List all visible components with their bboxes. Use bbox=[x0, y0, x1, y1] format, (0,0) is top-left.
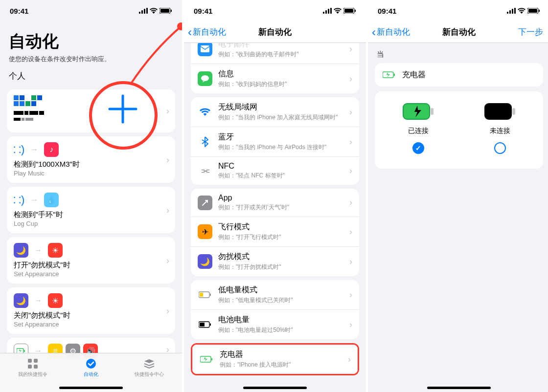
radio-unchecked-icon[interactable] bbox=[494, 142, 506, 154]
gallery-icon bbox=[143, 357, 156, 370]
bluetooth-icon bbox=[198, 134, 212, 149]
trigger-group: 低电量模式例如："低电量模式已关闭时" › 电池电量例如："电池电量超过50%时… bbox=[191, 280, 359, 339]
svg-rect-46 bbox=[486, 105, 510, 118]
status-time: 09:41 bbox=[378, 7, 396, 15]
trigger-title: NFC bbox=[218, 162, 346, 171]
condition-row[interactable]: 充电器 bbox=[375, 63, 543, 87]
music-app-icon: ♪ bbox=[44, 142, 59, 157]
nav-bar: ‹ 新自动化 新自动化 下一步 bbox=[368, 22, 548, 43]
chevron-right-icon: › bbox=[348, 354, 351, 365]
home-indicator[interactable] bbox=[427, 387, 491, 389]
arrow-right-icon: → bbox=[30, 196, 38, 204]
option-connected[interactable]: 已连接 bbox=[380, 103, 457, 154]
airplane-icon: ✈ bbox=[198, 224, 212, 239]
tab-gallery[interactable]: 快捷指令中心 bbox=[135, 357, 164, 378]
tab-automation[interactable]: 自动化 bbox=[84, 357, 98, 378]
wifi-icon bbox=[334, 8, 342, 14]
automation-title: 检测到"1000XM3"时 bbox=[14, 160, 168, 169]
status-time: 09:41 bbox=[10, 7, 28, 15]
appearance-icon: ☀ bbox=[48, 293, 63, 308]
battery-full-icon bbox=[484, 103, 516, 120]
trigger-title: 电池电量 bbox=[218, 315, 346, 325]
trigger-desc: 例如："打开或关闭'天气'时" bbox=[218, 203, 346, 212]
trigger-messages[interactable]: 信息例如："收到妈妈的信息时" › bbox=[191, 64, 359, 93]
nav-title: 新自动化 bbox=[258, 26, 292, 38]
trigger-title: 无线局域网 bbox=[218, 102, 346, 112]
automation-item-top[interactable]: › bbox=[7, 89, 175, 132]
tab-label: 自动化 bbox=[84, 371, 98, 378]
trigger-mail[interactable]: 电子邮件例如："收到曲扬的电子邮件时" › bbox=[191, 43, 359, 64]
option-disconnected[interactable]: 未连接 bbox=[461, 103, 538, 154]
chevron-right-icon: › bbox=[166, 106, 169, 116]
trigger-desc: 例如："当我的 iPhone 与 AirPods 连接时" bbox=[218, 143, 346, 152]
trigger-list[interactable]: 电子邮件例如："收到曲扬的电子邮件时" › 信息例如："收到妈妈的信息时" › … bbox=[184, 43, 366, 380]
option-label: 未连接 bbox=[490, 127, 510, 135]
tab-my-shortcuts[interactable]: 我的快捷指令 bbox=[18, 357, 47, 378]
trigger-charger[interactable]: 充电器例如："iPhone 接入电源时" › bbox=[192, 345, 358, 374]
chevron-right-icon: › bbox=[349, 137, 352, 147]
cellular-icon bbox=[507, 8, 516, 14]
svg-rect-24 bbox=[201, 45, 209, 52]
charger-options: 已连接 未连接 bbox=[375, 91, 543, 169]
chevron-right-icon: › bbox=[349, 320, 352, 330]
trigger-title: App bbox=[218, 194, 346, 202]
home-indicator[interactable] bbox=[59, 387, 123, 389]
svg-rect-33 bbox=[211, 358, 212, 361]
automation-item[interactable]: 🌙 → ☀ 关闭"勿扰模式"时 Set Appearance › bbox=[7, 287, 175, 334]
trigger-nfc[interactable]: ⫘ NFC例如："轻点 NFC 标签时" › bbox=[191, 156, 359, 185]
automation-title: 关闭"勿扰模式"时 bbox=[14, 311, 168, 320]
back-button[interactable]: ‹ 新自动化 bbox=[372, 25, 410, 39]
automation-item[interactable]: 🌙 → ☀ 打开"勿扰模式"时 Set Appearance › bbox=[7, 237, 175, 283]
radio-checked-icon[interactable] bbox=[412, 142, 424, 154]
battery-icon bbox=[527, 8, 540, 14]
automation-tab-icon bbox=[85, 357, 97, 370]
svg-rect-40 bbox=[539, 10, 540, 12]
automation-subtitle: Set Appearance bbox=[14, 321, 168, 328]
next-button[interactable]: 下一步 bbox=[518, 26, 543, 38]
svg-rect-31 bbox=[210, 324, 211, 326]
svg-rect-35 bbox=[509, 10, 511, 14]
trigger-airplane[interactable]: ✈ 飞行模式例如："打开飞行模式时" › bbox=[191, 217, 359, 246]
svg-rect-42 bbox=[394, 74, 395, 76]
charger-icon bbox=[382, 67, 396, 82]
svg-rect-39 bbox=[528, 9, 537, 13]
automation-list[interactable]: › ⸬) → ♪ 检测到"1000XM3"时 Play Music › ⸬) →… bbox=[0, 86, 182, 385]
svg-rect-37 bbox=[514, 8, 516, 14]
trigger-title: 电子邮件 bbox=[218, 43, 346, 49]
cellular-icon bbox=[323, 8, 332, 14]
trigger-low-power[interactable]: 低电量模式例如："低电量模式已关闭时" › bbox=[191, 280, 359, 309]
automation-item[interactable]: ⸬) → ♪ 检测到"1000XM3"时 Play Music › bbox=[7, 136, 175, 183]
wifi-icon bbox=[150, 8, 158, 14]
tab-label: 快捷指令中心 bbox=[135, 371, 164, 378]
chevron-right-icon: › bbox=[166, 154, 169, 165]
automation-subtitle: Log Cup bbox=[14, 220, 168, 227]
automation-subtitle: Play Music bbox=[14, 170, 168, 177]
trigger-desc: 例如："收到妈妈的信息时" bbox=[218, 80, 346, 88]
svg-rect-14 bbox=[28, 365, 32, 369]
trigger-app[interactable]: App例如："打开或关闭'天气'时" › bbox=[191, 189, 359, 217]
section-personal: 个人 bbox=[9, 70, 173, 82]
status-bar: 09:41 bbox=[368, 0, 548, 22]
trigger-desc: 例如："当我的 iPhone 加入家庭无线局域网时" bbox=[218, 113, 346, 122]
trigger-wifi[interactable]: 无线局域网例如："当我的 iPhone 加入家庭无线局域网时" › bbox=[191, 97, 359, 127]
trigger-bluetooth[interactable]: 蓝牙例如："当我的 iPhone 与 AirPods 连接时" › bbox=[191, 127, 359, 156]
trigger-battery-level[interactable]: 电池电量例如："电池电量超过50%时" › bbox=[191, 309, 359, 339]
trigger-group: 无线局域网例如："当我的 iPhone 加入家庭无线局域网时" › 蓝牙例如："… bbox=[191, 97, 359, 185]
automation-item[interactable]: ⸬) → 💧 检测到"手环"时 Log Cup › bbox=[7, 187, 175, 233]
page-title: 自动化 bbox=[9, 30, 173, 53]
svg-rect-2 bbox=[144, 9, 145, 14]
trigger-group: App例如："打开或关闭'天气'时" › ✈ 飞行模式例如："打开飞行模式时" … bbox=[191, 189, 359, 276]
trigger-desc: 例如："低电量模式已关闭时" bbox=[218, 296, 346, 305]
add-automation-button[interactable] bbox=[101, 87, 145, 131]
back-button[interactable]: ‹ 新自动化 bbox=[188, 25, 226, 39]
trigger-desc: 例如："轻点 NFC 标签时" bbox=[218, 172, 346, 180]
status-bar: 09:41 bbox=[184, 0, 366, 22]
trigger-dnd[interactable]: 🌙 勿扰模式例如："打开勿扰模式时" › bbox=[191, 246, 359, 276]
svg-rect-36 bbox=[512, 9, 513, 14]
home-indicator[interactable] bbox=[243, 387, 307, 389]
messages-icon bbox=[198, 71, 212, 86]
condition-card: 充电器 bbox=[375, 63, 543, 87]
svg-rect-20 bbox=[330, 8, 332, 14]
screen-automation-home: 09:41 自动化 使您的设备在条件改变时作出响应。 个人 › ⸬) bbox=[0, 0, 182, 392]
svg-rect-6 bbox=[171, 10, 172, 12]
